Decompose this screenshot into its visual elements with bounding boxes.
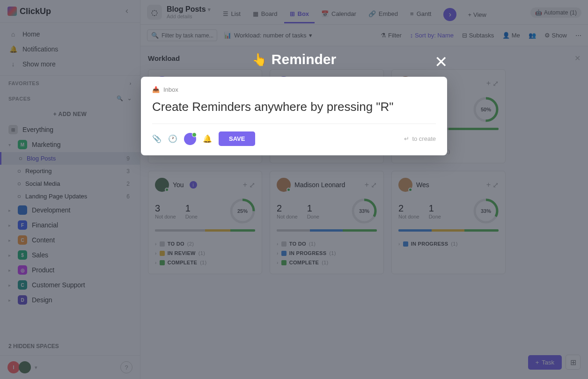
assignee-avatar[interactable]	[184, 133, 196, 145]
modal-footer: 📎 🕐 🔔 SAVE ↵ to create	[152, 124, 436, 146]
pointer-emoji-icon: 👆	[252, 52, 267, 67]
modal-overlay[interactable]: 👆 Reminder ✕ 📥 Inbox 📎 🕐 🔔 SAVE ↵ to cre…	[0, 0, 588, 379]
save-button[interactable]: SAVE	[219, 131, 255, 146]
bell-icon[interactable]: 🔔	[203, 134, 212, 143]
enter-icon: ↵	[404, 135, 409, 142]
clock-icon[interactable]: 🕐	[168, 134, 177, 143]
inbox-icon: 📥	[152, 86, 160, 93]
close-modal-button[interactable]: ✕	[434, 52, 448, 71]
modal-location[interactable]: 📥 Inbox	[152, 86, 436, 93]
reminder-modal: 📥 Inbox 📎 🕐 🔔 SAVE ↵ to create	[141, 77, 447, 155]
modal-header: 👆 Reminder	[252, 51, 336, 67]
modal-title-text: Reminder	[272, 51, 336, 67]
create-hint: ↵ to create	[404, 135, 436, 142]
reminder-input[interactable]	[152, 100, 436, 114]
attachment-icon[interactable]: 📎	[152, 134, 162, 143]
